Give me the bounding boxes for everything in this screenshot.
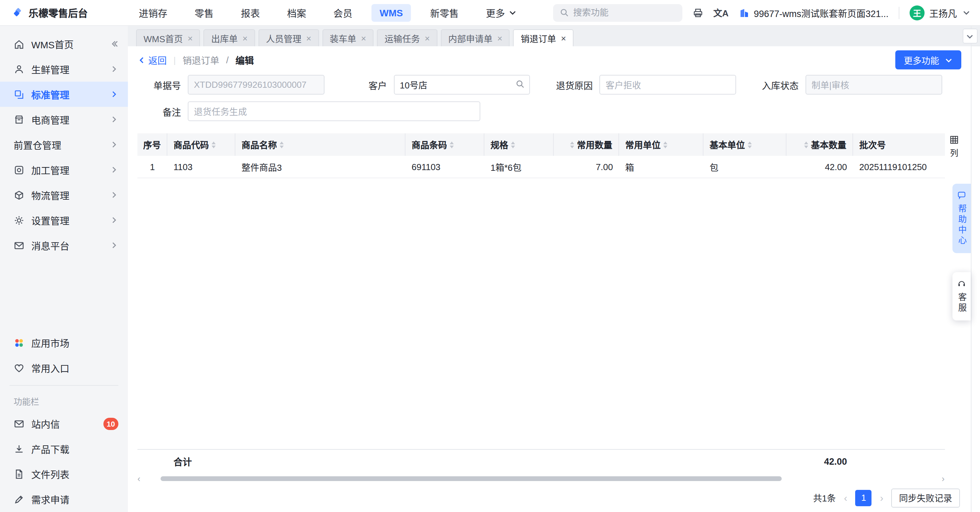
nav-members[interactable]: 会员 [325,2,361,23]
form-row-2: 备注 [137,102,961,121]
sidebar-item-product-download[interactable]: 产品下载 [0,436,128,462]
col-header-product-code[interactable]: 商品代码 [167,134,235,156]
chevron-down-icon [966,32,974,40]
return-reason-label: 退货原因 [549,78,593,92]
sync-failed-records-button[interactable]: 同步失败记录 [892,488,959,507]
sidebar-item-processing[interactable]: 加工管理 [0,157,128,182]
sidebar-spacer [0,258,128,330]
col-header-label: 序号 [143,138,161,151]
sidebar-item-request[interactable]: 需求申请 [0,487,128,512]
columns-grid-icon [950,135,959,144]
search-icon [560,8,568,17]
customer-input[interactable] [394,75,530,95]
nav-archives[interactable]: 档案 [279,2,314,23]
nav-new-retail[interactable]: 新零售 [422,2,467,23]
page-number-current[interactable]: 1 [856,490,872,506]
print-button[interactable] [692,7,703,18]
col-header-label: 常用数量 [577,138,612,151]
scroll-left-arrow[interactable]: ‹ [137,474,140,483]
customer-search-icon[interactable] [516,80,525,89]
sidebar-item-favorites[interactable]: 常用入口 [0,356,128,381]
scroll-right-arrow[interactable]: › [942,474,945,483]
document-tabbar: WMS首页 × 出库单 × 人员管理 × 装车单 × 运输任务 × [128,26,970,46]
scrollbar-thumb[interactable] [161,476,782,481]
tab-staff-management[interactable]: 人员管理 × [259,29,319,46]
gear-icon [14,215,24,226]
close-icon[interactable]: × [361,34,366,43]
search-input[interactable] [573,8,675,18]
customer-service-tab[interactable]: 客服 [952,272,970,320]
more-actions-label: 更多功能 [904,53,939,66]
sidebar-item-app-market[interactable]: 应用市场 [0,330,128,356]
close-icon[interactable]: × [188,34,193,43]
column-settings-label: 列 [950,146,958,158]
sidebar-item-front-warehouse[interactable]: 前置仓管理 [0,132,128,157]
nav-wms[interactable]: WMS [371,4,411,21]
tab-wms-home[interactable]: WMS首页 × [136,29,200,46]
tab-transport-task[interactable]: 运输任务 × [377,29,437,46]
sidebar-item-file-list[interactable]: 文件列表 [0,462,128,487]
brand-logo[interactable]: 乐檬零售后台 [0,5,128,20]
global-search[interactable] [553,4,682,21]
building-icon [739,7,750,18]
chevron-right-icon [110,140,118,149]
tab-loading-order[interactable]: 装车单 × [322,29,374,46]
nav-reports[interactable]: 报表 [233,2,268,23]
close-icon[interactable]: × [561,34,566,43]
more-actions-button[interactable]: 更多功能 [896,50,961,69]
help-center-tab[interactable]: 帮助中心 [952,184,970,253]
return-reason-input[interactable] [600,75,736,95]
sidebar-item-wms-home[interactable]: WMS首页 [0,31,128,56]
close-icon[interactable]: × [306,34,311,43]
close-icon[interactable]: × [425,34,430,43]
logo-icon [12,7,23,18]
back-label: 返回 [148,53,167,67]
cell-product-name: 整件商品3 [235,160,406,173]
col-header-label: 规格 [490,138,508,151]
tab-outbound-order[interactable]: 出库单 × [204,29,255,46]
close-icon[interactable]: × [243,34,248,43]
close-icon[interactable]: × [497,34,503,43]
nav-more[interactable]: 更多 [477,2,525,23]
col-header-common-unit[interactable]: 常用单位 [619,134,703,156]
chevron-right-icon [110,165,118,174]
col-header-basic-qty[interactable]: 基本数量 [786,134,853,156]
sidebar-item-message-platform[interactable]: 消息平台 [0,233,128,258]
sidebar-item-label: 站内信 [31,417,97,431]
col-header-label: 批次号 [859,138,886,151]
tab-list-dropdown-button[interactable] [963,29,977,43]
user-menu[interactable]: 王 王扬凡 [910,5,970,20]
col-header-basic-unit[interactable]: 基本单位 [703,134,786,156]
sort-icon [804,141,808,148]
sidebar-section-label: 功能栏 [0,390,128,411]
window-scrollbar-gutter[interactable] [970,26,980,512]
col-header-spec[interactable]: 规格 [484,134,554,156]
tab-internal-request[interactable]: 内部申请单 × [441,29,510,46]
inbound-status-label: 入库状态 [755,78,799,92]
cell-product-code: 1103 [167,162,235,172]
col-header-common-qty[interactable]: 常用数量 [554,134,619,156]
col-header-product-name[interactable]: 商品名称 [235,134,406,156]
col-header-barcode[interactable]: 商品条码 [406,134,484,156]
app-market-icon [14,337,24,348]
remark-input[interactable] [188,102,480,121]
next-page-button[interactable]: › [880,492,883,504]
sidebar-item-fresh[interactable]: 生鲜管理 [0,56,128,82]
nav-inventory[interactable]: 进销存 [130,2,175,23]
language-switch[interactable]: 文A [713,6,729,19]
sidebar-item-label: 消息平台 [31,239,103,252]
scrollbar-track[interactable] [143,476,939,481]
sidebar-item-logistics[interactable]: 物流管理 [0,182,128,208]
sidebar-item-standard[interactable]: 标准管理 [0,82,128,107]
sidebar-item-settings[interactable]: 设置管理 [0,208,128,233]
back-button[interactable]: 返回 [137,53,167,67]
prev-page-button[interactable]: ‹ [844,492,847,504]
column-settings-button[interactable]: 列 [947,135,961,158]
sidebar-item-ecommerce[interactable]: 电商管理 [0,107,128,132]
sidebar-item-inbox[interactable]: 站内信 10 [0,411,128,436]
items-table: 序号 商品代码 商品名称 商品条码 [137,134,961,483]
collapse-sidebar-icon[interactable] [110,40,118,48]
tab-sales-return-order[interactable]: 销退订单 × [513,29,574,46]
tenant-switcher[interactable]: 99677-wms测试账套新页面321... [739,6,888,19]
nav-retail[interactable]: 零售 [186,2,222,23]
